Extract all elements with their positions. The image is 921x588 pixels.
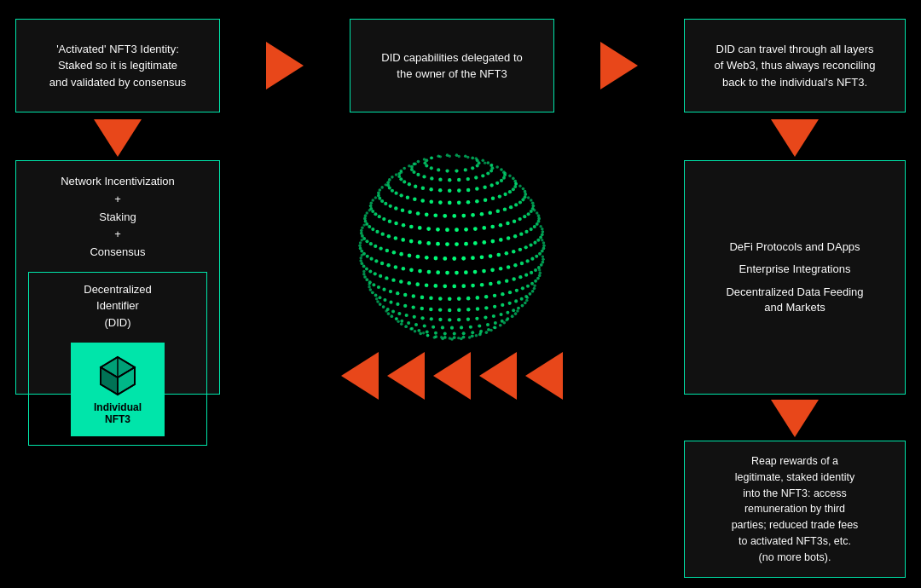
arrow-down-right-2 — [771, 400, 819, 437]
svg-point-142 — [438, 297, 443, 301]
svg-point-76 — [512, 308, 515, 312]
svg-point-226 — [541, 239, 543, 241]
svg-point-347 — [443, 214, 447, 218]
svg-point-153 — [365, 278, 368, 281]
svg-point-380 — [429, 199, 433, 204]
svg-point-298 — [536, 211, 538, 214]
svg-point-214 — [394, 265, 398, 269]
svg-point-140 — [457, 297, 461, 301]
svg-point-134 — [508, 291, 512, 294]
svg-point-188 — [359, 259, 362, 262]
svg-point-74 — [521, 304, 524, 308]
svg-point-421 — [484, 161, 486, 164]
svg-point-202 — [499, 267, 503, 271]
svg-point-399 — [502, 176, 506, 180]
svg-point-120 — [379, 296, 382, 299]
svg-point-230 — [539, 236, 542, 239]
svg-point-428 — [486, 171, 489, 175]
svg-point-135 — [501, 292, 504, 296]
svg-point-355 — [384, 202, 387, 205]
svg-point-234 — [524, 245, 528, 249]
svg-point-459 — [437, 168, 440, 171]
svg-point-437 — [416, 173, 420, 176]
svg-point-38 — [471, 331, 474, 334]
svg-point-42 — [434, 331, 437, 335]
svg-point-255 — [365, 239, 368, 243]
svg-point-206 — [464, 270, 468, 274]
svg-point-389 — [386, 181, 390, 184]
nft-icon — [96, 354, 140, 398]
svg-point-249 — [399, 252, 403, 257]
svg-point-77 — [506, 311, 509, 314]
svg-point-219 — [366, 255, 369, 258]
svg-point-257 — [361, 234, 364, 238]
svg-point-114 — [420, 307, 424, 310]
svg-point-320 — [394, 222, 398, 226]
svg-point-161 — [537, 266, 541, 269]
svg-point-149 — [382, 288, 385, 291]
svg-point-139 — [466, 297, 471, 301]
svg-point-418 — [403, 167, 406, 170]
svg-point-102 — [520, 297, 524, 301]
svg-point-331 — [527, 196, 530, 199]
svg-point-215 — [386, 263, 390, 267]
svg-point-128 — [536, 277, 540, 280]
svg-point-252 — [379, 246, 382, 250]
svg-point-424 — [500, 168, 503, 171]
svg-point-217 — [374, 259, 378, 262]
top-mid-box: DID capabilities delegated to the owner … — [350, 19, 554, 112]
svg-point-155 — [362, 273, 366, 276]
svg-point-123 — [369, 288, 373, 291]
svg-point-91 — [391, 310, 395, 314]
svg-point-457 — [455, 169, 458, 172]
top-mid-text: DID capabilities delegated to the owner … — [381, 49, 523, 83]
svg-point-43 — [426, 331, 429, 334]
svg-point-430 — [474, 176, 478, 179]
svg-point-305 — [518, 217, 522, 221]
svg-point-194 — [541, 250, 544, 253]
svg-point-241 — [471, 256, 475, 260]
svg-point-344 — [471, 213, 475, 217]
svg-point-35 — [494, 326, 497, 330]
svg-point-115 — [412, 305, 415, 308]
svg-point-126 — [539, 271, 542, 274]
svg-point-143 — [429, 297, 433, 301]
svg-point-460 — [430, 166, 433, 170]
svg-point-198 — [525, 259, 529, 262]
svg-point-338 — [514, 203, 518, 206]
svg-point-228 — [542, 230, 545, 233]
svg-point-240 — [480, 255, 484, 259]
svg-point-37 — [479, 330, 483, 333]
right-item-1: DeFi Protocols and DApps — [729, 239, 860, 255]
svg-point-464 — [430, 156, 433, 159]
svg-point-26 — [443, 336, 447, 339]
svg-point-116 — [403, 304, 407, 308]
svg-point-137 — [484, 295, 489, 299]
svg-point-189 — [359, 257, 362, 259]
svg-point-264 — [537, 217, 541, 221]
svg-point-302 — [530, 210, 533, 213]
svg-point-86 — [430, 317, 433, 320]
svg-point-51 — [514, 312, 518, 315]
svg-point-329 — [371, 199, 374, 202]
svg-point-69 — [387, 312, 391, 315]
svg-point-423 — [495, 165, 499, 169]
svg-point-279 — [445, 242, 449, 246]
svg-point-84 — [448, 318, 451, 321]
svg-point-244 — [443, 257, 447, 261]
svg-point-432 — [457, 178, 460, 182]
svg-point-379 — [438, 200, 443, 205]
svg-point-284 — [401, 238, 405, 242]
left-top-text: Network Incentivization + Staking + Cons… — [61, 173, 175, 262]
svg-point-256 — [362, 237, 366, 240]
svg-point-151 — [372, 283, 375, 286]
svg-point-427 — [489, 169, 493, 172]
svg-point-127 — [538, 274, 542, 278]
right-item-2: Enterprise Integrations — [739, 262, 851, 277]
svg-point-62 — [432, 326, 435, 329]
svg-point-150 — [377, 285, 380, 289]
nft-box: Individual NFT3 — [71, 343, 165, 436]
svg-point-174 — [443, 285, 447, 289]
svg-point-113 — [429, 308, 432, 311]
svg-point-201 — [507, 265, 511, 269]
